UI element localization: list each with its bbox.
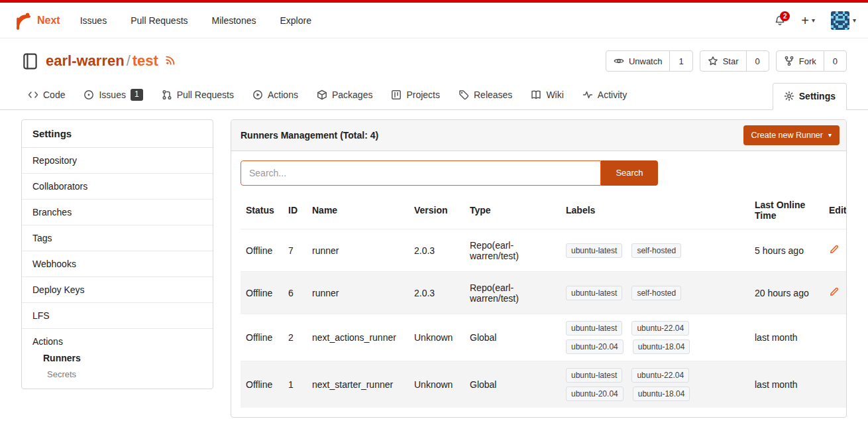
unwatch-button-group: Unwatch1 bbox=[606, 50, 693, 72]
search-bar: Search bbox=[241, 160, 837, 186]
fork-count[interactable]: 0 bbox=[824, 51, 846, 71]
tab-pull-requests[interactable]: Pull Requests bbox=[155, 82, 241, 109]
cell-edit bbox=[824, 272, 847, 314]
brand-name: Next bbox=[37, 15, 60, 27]
tab-activity[interactable]: Activity bbox=[576, 82, 633, 109]
runner-labels: ubuntu-latestubuntu-22.04ubuntu-20.04ubu… bbox=[566, 321, 744, 354]
cell-last-online-time: 20 hours ago bbox=[749, 272, 824, 314]
cell-labels: ubuntu-latestubuntu-22.04ubuntu-20.04ubu… bbox=[561, 361, 749, 408]
tab-label: Activity bbox=[598, 90, 627, 100]
sidebar-item-tags[interactable]: Tags bbox=[22, 225, 213, 251]
notifications-button[interactable]: 2 bbox=[775, 15, 785, 26]
cell-type: Global bbox=[464, 361, 561, 408]
cell-status: Offline bbox=[241, 272, 283, 314]
sidebar-item-webhooks[interactable]: Webhooks bbox=[22, 251, 213, 277]
cell-type: Global bbox=[464, 314, 561, 361]
table-header-row: StatusIDNameVersionTypeLabelsLast Online… bbox=[241, 192, 847, 229]
pull-request-icon bbox=[162, 90, 172, 100]
sidebar-item-collaborators[interactable]: Collaborators bbox=[22, 174, 213, 200]
nav-item-explore[interactable]: Explore bbox=[280, 15, 311, 26]
create-runner-button[interactable]: Create new Runner ▾ bbox=[743, 125, 840, 145]
tab-label: Packages bbox=[332, 90, 372, 100]
cell-id: 6 bbox=[283, 272, 307, 314]
sidebar-section-actions: ActionsRunnersSecrets bbox=[22, 329, 213, 389]
runner-label: ubuntu-latest bbox=[566, 368, 622, 383]
rss-icon bbox=[165, 54, 177, 66]
cell-last-online-time: last month bbox=[749, 314, 824, 361]
cell-id: 2 bbox=[283, 314, 307, 361]
runner-labels: ubuntu-latestself-hosted bbox=[566, 286, 744, 300]
sidebar-item-actions[interactable]: Actions bbox=[32, 336, 202, 347]
repo-action-buttons: Unwatch1Star0Fork0 bbox=[606, 50, 847, 72]
panel-header: Runners Management (Total: 4) Create new… bbox=[231, 120, 846, 151]
repo-title-separator: / bbox=[127, 52, 131, 69]
chevron-down-icon: ▾ bbox=[828, 131, 832, 139]
sidebar-item-repository[interactable]: Repository bbox=[22, 148, 213, 174]
tab-packages[interactable]: Packages bbox=[310, 82, 379, 109]
tab-settings[interactable]: Settings bbox=[773, 83, 847, 110]
table-row: Offline6runner2.0.3Repo(earl-warren/test… bbox=[241, 272, 847, 314]
runner-label: ubuntu-18.04 bbox=[633, 339, 690, 354]
unwatch-count[interactable]: 1 bbox=[669, 51, 692, 71]
tab-label: Code bbox=[43, 90, 65, 100]
chevron-down-icon: ▾ bbox=[853, 17, 856, 24]
table-row: Offline1next_starter_runnerUnknownGlobal… bbox=[241, 361, 847, 408]
project-icon bbox=[391, 90, 402, 100]
chevron-down-icon: ▾ bbox=[812, 17, 815, 24]
brand[interactable]: Next bbox=[12, 11, 60, 30]
table-body: Offline7runner2.0.3Repo(earl-warren/test… bbox=[241, 229, 847, 408]
tab-releases[interactable]: Releases bbox=[452, 82, 519, 109]
cell-status: Offline bbox=[241, 361, 283, 408]
pencil-icon bbox=[829, 286, 840, 297]
tab-label: Issues bbox=[99, 90, 125, 100]
nav-item-pull-requests[interactable]: Pull Requests bbox=[131, 15, 188, 26]
cell-status: Offline bbox=[241, 229, 283, 272]
cell-last-online-time: last month bbox=[749, 361, 824, 408]
column-header-labels: Labels bbox=[561, 192, 749, 229]
nav-item-issues[interactable]: Issues bbox=[80, 15, 107, 26]
forgejo-logo-icon bbox=[12, 11, 32, 30]
user-menu-button[interactable]: ▾ bbox=[831, 11, 856, 30]
sidebar-subitem-runners[interactable]: Runners bbox=[32, 347, 202, 363]
column-header-last-online-time: Last Online Time bbox=[749, 192, 824, 229]
tab-code[interactable]: Code bbox=[21, 82, 72, 109]
fork-button-group: Fork0 bbox=[776, 50, 847, 72]
repo-title: earl-warren/test bbox=[21, 52, 177, 70]
cell-version: Unknown bbox=[409, 361, 464, 408]
code-icon bbox=[28, 90, 38, 100]
repo-tabs: CodeIssues1Pull RequestsActionsPackagesP… bbox=[21, 82, 633, 109]
column-header-type: Type bbox=[464, 192, 561, 229]
repo-owner-link[interactable]: earl-warren bbox=[46, 52, 125, 69]
repo-name-link[interactable]: test bbox=[133, 52, 158, 69]
star-count[interactable]: 0 bbox=[746, 51, 769, 71]
cell-labels: ubuntu-latestself-hosted bbox=[561, 272, 749, 314]
rss-feed-button[interactable] bbox=[165, 52, 177, 70]
runner-labels: ubuntu-latestubuntu-22.04ubuntu-20.04ubu… bbox=[566, 368, 744, 401]
runner-label: ubuntu-20.04 bbox=[566, 339, 624, 354]
table-row: Offline2next_actions_runnerUnknownGlobal… bbox=[241, 314, 847, 361]
sidebar-item-deploy-keys[interactable]: Deploy Keys bbox=[22, 277, 213, 303]
sidebar-item-branches[interactable]: Branches bbox=[22, 200, 213, 225]
runner-label: ubuntu-latest bbox=[566, 243, 622, 258]
tab-wiki[interactable]: Wiki bbox=[524, 82, 570, 109]
book-icon bbox=[531, 90, 541, 100]
search-input[interactable] bbox=[241, 160, 601, 186]
nav-item-milestones[interactable]: Milestones bbox=[212, 15, 256, 26]
tab-issues[interactable]: Issues1 bbox=[77, 82, 149, 109]
tab-actions[interactable]: Actions bbox=[246, 82, 305, 109]
unwatch-button[interactable]: Unwatch bbox=[606, 51, 670, 71]
fork-button[interactable]: Fork bbox=[777, 51, 824, 71]
search-button[interactable]: Search bbox=[601, 160, 658, 186]
edit-runner-button[interactable] bbox=[829, 288, 840, 299]
create-menu-button[interactable]: + ▾ bbox=[801, 14, 815, 27]
sidebar-subitem-secrets[interactable]: Secrets bbox=[32, 363, 202, 379]
star-button[interactable]: Star bbox=[700, 51, 746, 71]
runner-labels: ubuntu-latestself-hosted bbox=[566, 243, 744, 258]
sidebar-item-lfs[interactable]: LFS bbox=[22, 303, 213, 329]
tag-icon bbox=[459, 90, 469, 100]
cell-name: runner bbox=[307, 272, 409, 314]
cell-labels: ubuntu-latestubuntu-22.04ubuntu-20.04ubu… bbox=[561, 314, 749, 361]
pencil-icon bbox=[829, 244, 840, 255]
tab-projects[interactable]: Projects bbox=[384, 82, 447, 109]
edit-runner-button[interactable] bbox=[829, 246, 840, 257]
